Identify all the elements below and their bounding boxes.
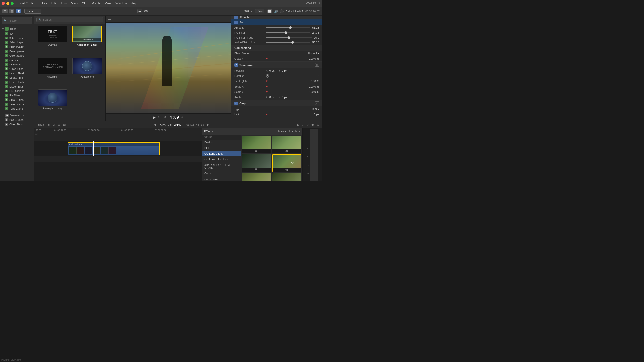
sidebar-item-low[interactable]: TLow...Thirds bbox=[0, 80, 34, 84]
sidebar-item-rntitles[interactable]: TRN Titles bbox=[0, 93, 34, 98]
clip-appearance-button[interactable]: ⊞ bbox=[46, 123, 50, 127]
sidebar-item-3d[interactable]: T3D bbox=[0, 31, 34, 36]
library-search[interactable]: 🔍 bbox=[36, 17, 103, 22]
scale-x-row: Scale X ♥ 100.0 % bbox=[232, 84, 322, 89]
sidebar-search-box[interactable]: 🔍 bbox=[2, 17, 32, 24]
effect-thumb-04[interactable]: 04 bbox=[272, 136, 302, 153]
installed-effects-arrow[interactable]: ▾ bbox=[299, 130, 300, 133]
library-item-activate[interactable]: TEXT ───── INFO MORE Activate bbox=[36, 26, 69, 56]
install-button[interactable]: Install... ▾ bbox=[24, 8, 42, 14]
sidebar-search-input[interactable] bbox=[8, 18, 27, 23]
inspector-icon[interactable]: ◧ bbox=[16, 9, 21, 13]
effects-item-cc-lens-free[interactable]: CC Lens Effect Free bbox=[202, 156, 241, 162]
effects-checkbox[interactable]: ✓ bbox=[234, 16, 238, 19]
voiceover-button[interactable]: ⊙ bbox=[316, 123, 320, 127]
effect-thumb-05[interactable]: 05 bbox=[242, 154, 272, 172]
info-icon[interactable]: i bbox=[280, 9, 284, 13]
effect-thumb-8[interactable] bbox=[272, 173, 302, 181]
compositing-header[interactable]: Compositing bbox=[232, 45, 322, 51]
effect-10-checkbox[interactable]: ✓ bbox=[234, 20, 238, 24]
play-button[interactable]: ▶ bbox=[153, 115, 156, 119]
view-button[interactable]: View bbox=[255, 9, 264, 13]
solo-button[interactable]: ◉ bbox=[310, 123, 315, 127]
browser-icon[interactable]: ▤ bbox=[9, 9, 14, 13]
audio-button[interactable]: ♪ bbox=[302, 123, 305, 127]
menu-view[interactable]: View bbox=[104, 1, 112, 5]
sidebar-item-motionblur[interactable]: TMotion Blur bbox=[0, 84, 34, 89]
rgb-split-fade-slider[interactable] bbox=[266, 37, 312, 38]
snapping-button[interactable]: ⊞ bbox=[296, 123, 300, 127]
timeline-options-button[interactable]: ▦ bbox=[62, 123, 66, 127]
sidebar-item-elements[interactable]: TElements bbox=[0, 62, 34, 67]
effects-item-cc-lens[interactable]: CC Lens Effect bbox=[202, 151, 241, 156]
menu-modify[interactable]: Modify bbox=[91, 1, 100, 5]
effects-item-cinelook[interactable]: cineLook + GORILLA GRAIN bbox=[202, 162, 241, 171]
skip-forward-button[interactable]: ▶ bbox=[206, 123, 210, 127]
library-item-atmosphere-copy[interactable]: Atmosphere copy bbox=[36, 89, 69, 119]
zoom-dropdown-icon[interactable]: ▾ bbox=[251, 10, 252, 12]
sidebar-item-smo2[interactable]: TSmo...ayers bbox=[0, 102, 34, 106]
library-item-assembler[interactable]: TITLE TITLEINFORMATION MORE Assembler bbox=[36, 58, 69, 87]
menu-clip[interactable]: Clip bbox=[82, 1, 87, 5]
track-1-label: 01 bbox=[35, 133, 38, 135]
effects-item-basics[interactable]: Basics bbox=[202, 140, 241, 145]
effects-item-color[interactable]: Color bbox=[202, 171, 241, 176]
sidebar-item-glitch[interactable]: TGlitch Titles bbox=[0, 67, 34, 71]
transform-checkbox[interactable]: ✓ bbox=[234, 63, 238, 67]
menu-mark[interactable]: Mark bbox=[71, 1, 78, 5]
rgb-split-slider[interactable] bbox=[266, 32, 310, 33]
transform-header[interactable]: ✓ Transform □ bbox=[232, 61, 322, 68]
index-button[interactable]: Index bbox=[36, 123, 45, 127]
sidebar-item-smo1[interactable]: TSmo...Titles bbox=[0, 98, 34, 102]
crop-header[interactable]: ✓ Crop □ bbox=[232, 100, 322, 106]
sidebar-item-colo[interactable]: TColo...rades bbox=[0, 53, 34, 58]
effect-thumb-7[interactable] bbox=[242, 173, 272, 181]
library-icon[interactable]: ⊞ bbox=[2, 9, 8, 13]
zoom-to-fit-button[interactable]: ⊟ bbox=[52, 123, 56, 127]
sidebar-item-rndisplace[interactable]: TRN Displace bbox=[0, 89, 34, 93]
menu-help[interactable]: Help bbox=[131, 1, 138, 5]
expand-button[interactable]: ⤢ bbox=[181, 116, 184, 119]
sidebar-item-bum[interactable]: TBum...pener bbox=[0, 49, 34, 53]
volume-icon[interactable]: 🔊 bbox=[274, 9, 278, 13]
inspector-icon-2[interactable]: ⬜ bbox=[267, 9, 272, 13]
amount-slider[interactable] bbox=[266, 27, 310, 28]
crop-checkbox[interactable]: ✓ bbox=[234, 101, 238, 105]
menu-file[interactable]: File bbox=[42, 1, 47, 5]
minimize-button[interactable] bbox=[6, 2, 9, 5]
library-search-input[interactable] bbox=[43, 18, 101, 21]
skip-back-button[interactable]: ◀ bbox=[153, 123, 156, 127]
timeline-center: ◀ FCPX Tuts 10:07 / 01:10:46:19 ▶ bbox=[68, 123, 295, 127]
library-item-adjustment[interactable]: TITLE HERE Adjustment Layer bbox=[71, 26, 104, 56]
menu-edit[interactable]: Edit bbox=[51, 1, 57, 5]
skimming-button[interactable]: ◇ bbox=[306, 123, 310, 127]
effect-thumb-06[interactable]: 06 bbox=[272, 154, 302, 172]
effect-thumb-03[interactable]: 03 bbox=[242, 136, 272, 153]
sidebar-item-cinebars[interactable]: ⊞Cine...Bars bbox=[0, 122, 34, 127]
library-item-atmosphere[interactable]: Atmosphere bbox=[71, 58, 104, 87]
sidebar-item-twitc[interactable]: TTwitc...tions bbox=[0, 106, 34, 111]
close-button[interactable] bbox=[2, 2, 5, 5]
sidebar-item-adj[interactable]: TAdju...Layer bbox=[0, 40, 34, 45]
menu-trim[interactable]: Trim bbox=[60, 1, 67, 5]
sidebar-item-3dc[interactable]: T3D C...matic bbox=[0, 36, 34, 40]
meter-label-0: 0 bbox=[306, 148, 310, 150]
inside-distort-slider[interactable] bbox=[266, 42, 310, 43]
anchor-y-label: Y bbox=[278, 96, 280, 99]
playhead[interactable] bbox=[93, 141, 94, 156]
generators-section-header[interactable]: ▼ ⊞ Generators bbox=[0, 113, 34, 118]
menu-window[interactable]: Window bbox=[115, 1, 127, 5]
effects-item-color-finale[interactable]: Color Finale bbox=[202, 176, 241, 181]
sidebar-item-leno1[interactable]: TLeno...Third bbox=[0, 71, 34, 75]
fullscreen-button[interactable] bbox=[11, 2, 14, 5]
sidebar-item-leno2[interactable]: TLeno...Free bbox=[0, 75, 34, 80]
main-clip[interactable]: Cali mini edit 1 bbox=[68, 142, 160, 155]
rotation-dial[interactable] bbox=[266, 74, 269, 77]
effects-item-blur[interactable]: Blur bbox=[202, 145, 241, 151]
timeline-view-button[interactable]: ▤ bbox=[57, 123, 61, 127]
titles-section-header[interactable]: ▼ T Titles bbox=[0, 26, 34, 31]
sidebar-item-backgrounds[interactable]: ⊞Back...unds bbox=[0, 118, 34, 122]
position-y-value: 0 px bbox=[282, 69, 287, 72]
sidebar-item-build[interactable]: TBuild In/Out bbox=[0, 45, 34, 49]
sidebar-item-credits[interactable]: TCredits bbox=[0, 58, 34, 62]
